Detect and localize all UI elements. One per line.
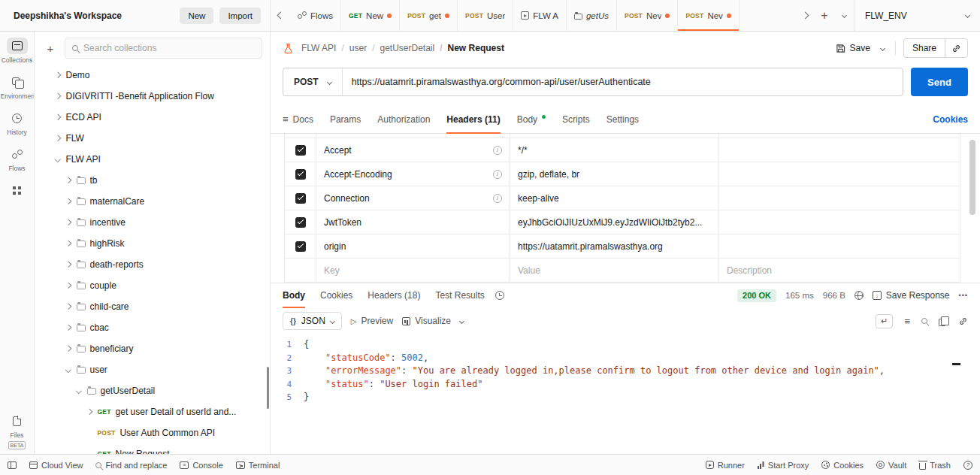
tree-item[interactable]: beneficiary xyxy=(35,338,270,359)
header-key[interactable]: Accept xyxy=(324,145,352,156)
wrap-text-button[interactable] xyxy=(876,314,893,328)
header-value[interactable]: keep-alive xyxy=(518,193,559,204)
chevron-icon[interactable] xyxy=(65,367,71,373)
save-response-button[interactable]: Save Response xyxy=(873,290,950,301)
header-checkbox[interactable] xyxy=(295,217,306,228)
rail-item-flows[interactable]: Flows xyxy=(0,146,34,172)
header-description[interactable] xyxy=(719,210,960,234)
tree-item[interactable]: POST User Auth Common API xyxy=(35,422,270,443)
header-row[interactable]: Accept */* xyxy=(284,138,960,162)
header-description[interactable] xyxy=(719,138,960,162)
open-tab[interactable]: GET New xyxy=(341,0,400,31)
open-tab[interactable]: Flows xyxy=(290,0,341,31)
cookies-link[interactable]: Cookies xyxy=(933,114,968,125)
tree-item[interactable]: incentive xyxy=(35,212,270,233)
tree-item[interactable]: tb xyxy=(35,170,270,191)
header-checkbox[interactable] xyxy=(295,145,306,156)
header-key[interactable]: origin xyxy=(324,241,346,252)
tree-item[interactable]: getUserDetail xyxy=(35,380,270,401)
new-header-row[interactable]: Key Value Description xyxy=(284,259,960,283)
workspace-name[interactable]: Deepshikha's Workspace xyxy=(14,11,174,21)
tree-item[interactable]: highRisk xyxy=(35,233,270,254)
method-select[interactable]: POST xyxy=(283,68,343,95)
tree-item[interactable]: DIGIVRITTI -Benefit Application Flow xyxy=(35,86,270,107)
response-section-tab[interactable]: Headers (18) xyxy=(368,283,420,307)
runner-button[interactable]: Runner xyxy=(706,461,745,470)
response-section-tab[interactable]: Test Results xyxy=(435,283,484,307)
sidebar-scrollbar[interactable] xyxy=(267,367,269,409)
share-button[interactable]: Share xyxy=(904,39,945,57)
send-button[interactable]: Send xyxy=(911,68,968,96)
chevron-icon[interactable] xyxy=(55,93,61,99)
request-section-tab[interactable]: Body xyxy=(517,105,546,133)
header-value[interactable]: eyJhbGciOiJIUzUxMiJ9.eyJzdWIiOiJtb2tyb2.… xyxy=(518,217,702,228)
search-response-icon[interactable] xyxy=(921,318,927,324)
rail-item-files[interactable]: Files BETA xyxy=(0,413,34,449)
open-tab[interactable]: POST get xyxy=(400,0,458,31)
find-replace-button[interactable]: Find and replace xyxy=(95,461,167,470)
rail-item-environments[interactable]: Environments xyxy=(0,74,34,100)
header-description[interactable] xyxy=(719,162,960,186)
header-checkbox[interactable] xyxy=(295,193,306,204)
console-button[interactable]: Console xyxy=(180,461,222,470)
rail-item-collections[interactable]: Collections xyxy=(0,38,34,64)
open-tab[interactable]: POST Nev xyxy=(678,0,739,31)
response-body-editor[interactable]: 1 { 2 "statusCode": 5002, 3 "errorMessag… xyxy=(271,334,980,454)
response-history-icon[interactable] xyxy=(495,291,504,300)
start-proxy-button[interactable]: Start Proxy xyxy=(758,461,809,470)
link-icon[interactable] xyxy=(958,316,968,326)
header-checkbox[interactable] xyxy=(295,169,306,180)
chevron-icon[interactable] xyxy=(55,72,61,78)
chevron-icon[interactable] xyxy=(86,409,92,415)
header-key[interactable]: JwtToken xyxy=(324,217,361,228)
tree-item[interactable]: FLW API xyxy=(35,149,270,170)
import-button[interactable]: Import xyxy=(219,8,261,24)
header-description[interactable] xyxy=(719,234,960,258)
environment-selector[interactable]: FLW_ENV xyxy=(854,0,980,31)
vertical-scrollbar[interactable] xyxy=(969,140,975,215)
tree-item[interactable]: FLW xyxy=(35,128,270,149)
chevron-icon[interactable] xyxy=(55,156,61,162)
response-section-tab[interactable]: Body xyxy=(283,283,305,307)
status-badge[interactable]: 200 OK xyxy=(737,289,776,302)
request-section-tab[interactable]: Scripts xyxy=(562,105,590,133)
header-row[interactable]: JwtToken eyJhbGciOiJIUzUxMiJ9.eyJzdWIiOi… xyxy=(284,210,960,234)
toggle-sidebar-button[interactable] xyxy=(8,461,17,469)
copy-link-button[interactable] xyxy=(945,39,967,57)
save-options-button[interactable] xyxy=(878,43,888,54)
chevron-icon[interactable] xyxy=(65,241,71,247)
header-value[interactable]: gzip, deflate, br xyxy=(518,169,579,180)
cloud-view-button[interactable]: Cloud View xyxy=(29,461,83,470)
chevron-icon[interactable] xyxy=(65,304,71,310)
breadcrumb-collection[interactable]: FLW API xyxy=(301,43,336,53)
open-tab[interactable]: FLW A xyxy=(513,0,567,31)
header-description[interactable] xyxy=(719,186,960,210)
breadcrumb-folder[interactable]: user xyxy=(336,43,367,53)
chevron-icon[interactable] xyxy=(65,177,71,183)
preview-button[interactable]: Preview xyxy=(351,316,393,326)
response-time[interactable]: 165 ms xyxy=(785,291,814,300)
tree-item[interactable]: maternalCare xyxy=(35,191,270,212)
terminal-button[interactable]: Terminal xyxy=(236,461,280,470)
chevron-icon[interactable] xyxy=(65,198,71,204)
help-button[interactable] xyxy=(963,461,972,470)
visualize-button[interactable]: Visualize xyxy=(402,316,451,326)
new-button[interactable]: New xyxy=(180,8,213,24)
open-tab[interactable]: getUs xyxy=(567,0,617,31)
trash-button[interactable]: Trash xyxy=(919,461,951,470)
header-key[interactable]: Connection xyxy=(324,193,370,204)
header-value[interactable]: */* xyxy=(518,145,528,156)
new-tab-button[interactable] xyxy=(815,0,834,31)
search-input[interactable] xyxy=(83,43,255,53)
response-size[interactable]: 966 B xyxy=(823,291,845,300)
format-lines-icon[interactable] xyxy=(904,316,910,327)
tabs-scroll-right-button[interactable] xyxy=(795,0,815,31)
save-button[interactable]: Save xyxy=(831,39,875,57)
tree-item[interactable]: Demo xyxy=(35,65,270,86)
request-section-tab[interactable]: Headers (11) xyxy=(446,105,500,133)
breadcrumb-subfolder[interactable]: getUserDetail xyxy=(367,43,434,53)
chevron-icon[interactable] xyxy=(55,135,61,141)
tabs-scroll-left-button[interactable] xyxy=(271,0,290,31)
tree-item[interactable]: child-care xyxy=(35,296,270,317)
tree-item[interactable]: ECD API xyxy=(35,107,270,128)
